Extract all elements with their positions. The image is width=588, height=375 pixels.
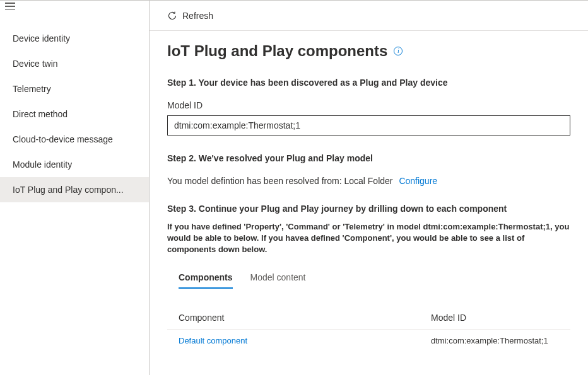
sidebar-item-telemetry[interactable]: Telemetry	[0, 76, 149, 101]
step2-text: You model defintion has been resolved fr…	[167, 176, 392, 186]
refresh-icon	[167, 11, 177, 21]
sidebar-item-device-twin[interactable]: Device twin	[0, 51, 149, 76]
tab-components[interactable]: Components	[179, 267, 233, 289]
step3-description: If you have defined 'Property', 'Command…	[167, 221, 570, 256]
hamburger-icon[interactable]	[5, 3, 15, 10]
page-title-row: IoT Plug and Play components i	[167, 42, 570, 60]
info-icon[interactable]: i	[394, 47, 403, 55]
table-row: Default component dtmi:com:example:Therm…	[167, 330, 570, 352]
app-layout: Device identity Device twin Telemetry Di…	[0, 1, 588, 375]
model-id-label: Model ID	[167, 100, 570, 110]
th-component: Component	[179, 313, 431, 323]
step2-heading: Step 2. We've resolved your Plug and Pla…	[167, 153, 570, 163]
page-title: IoT Plug and Play components	[167, 42, 387, 60]
content-area: IoT Plug and Play components i Step 1. Y…	[150, 31, 588, 369]
model-id-input[interactable]	[167, 115, 570, 136]
main-content: Refresh IoT Plug and Play components i S…	[150, 1, 588, 375]
step2-text-row: You model defintion has been resolved fr…	[167, 176, 570, 186]
components-table: Component Model ID Default component dtm…	[167, 306, 570, 352]
refresh-button[interactable]: Refresh	[167, 11, 213, 21]
sidebar-item-device-identity[interactable]: Device identity	[0, 26, 149, 51]
step1-block: Step 1. Your device has been discovered …	[167, 78, 570, 136]
step3-block: Step 3. Continue your Plug and Play jour…	[167, 204, 570, 256]
sidebar: Device identity Device twin Telemetry Di…	[0, 1, 150, 375]
sidebar-item-iot-plug-and-play-components[interactable]: IoT Plug and Play compon...	[0, 177, 149, 202]
hamburger-row	[0, 1, 149, 12]
sidebar-item-direct-method[interactable]: Direct method	[0, 101, 149, 127]
component-model-id: dtmi:com:example:Thermostat;1	[431, 336, 559, 345]
toolbar: Refresh	[150, 1, 588, 31]
table-header-row: Component Model ID	[167, 306, 570, 330]
step3-heading: Step 3. Continue your Plug and Play jour…	[167, 204, 570, 214]
th-model-id: Model ID	[431, 313, 559, 323]
component-link[interactable]: Default component	[179, 336, 431, 345]
sidebar-item-cloud-to-device-message[interactable]: Cloud-to-device message	[0, 127, 149, 152]
configure-link[interactable]: Configure	[399, 176, 437, 186]
step1-heading: Step 1. Your device has been discovered …	[167, 78, 570, 88]
nav-list: Device identity Device twin Telemetry Di…	[0, 26, 149, 202]
sidebar-item-module-identity[interactable]: Module identity	[0, 152, 149, 177]
tabs: Components Model content	[167, 267, 570, 289]
tab-model-content[interactable]: Model content	[250, 267, 306, 289]
step2-block: Step 2. We've resolved your Plug and Pla…	[167, 153, 570, 186]
refresh-label: Refresh	[182, 11, 213, 21]
